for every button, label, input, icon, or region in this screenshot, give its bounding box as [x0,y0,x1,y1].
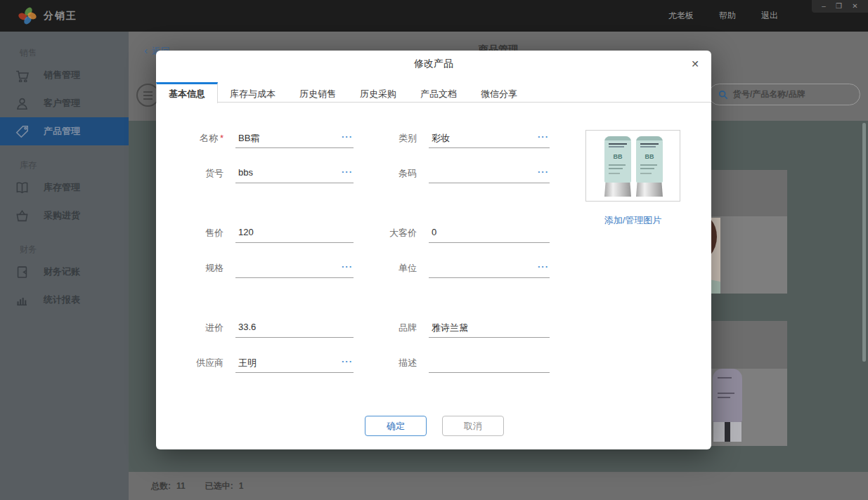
field-label: 类别 [349,132,417,145]
field-描述: 描述 [349,355,550,374]
field-名称: 名称*BB霜··· [156,130,354,149]
field-input[interactable]: ··· [235,260,354,278]
edit-product-dialog: 修改产品 ✕ 基本信息库存与成本历史销售历史采购产品文档微信分享 名称*BB霜·… [156,51,711,449]
field-label: 规格 [156,262,224,275]
field-value: 雅诗兰黛 [432,322,468,334]
field-售价: 售价120 [156,225,354,244]
field-value: 33.6 [238,322,256,332]
ellipsis-picker-icon[interactable]: ··· [538,261,549,272]
tab-产品文档[interactable]: 产品文档 [408,82,469,103]
field-input[interactable]: 王明··· [235,355,354,373]
sidebar-item-label: 采购进货 [44,209,80,222]
window-controls: – ❐ ✕ [812,0,868,13]
basket-icon [15,209,29,223]
sidebar-item-label: 客户管理 [44,97,80,110]
total-label: 总数: [151,480,171,492]
field-供应商: 供应商王明··· [156,355,354,374]
sidebar-item-label: 财务记账 [44,265,80,278]
tab-基本信息[interactable]: 基本信息 [156,82,218,103]
close-window-icon[interactable]: ✕ [852,3,857,10]
field-input[interactable]: bbs··· [235,165,354,183]
selected-value: 1 [239,481,244,491]
field-value: 彩妆 [432,132,450,145]
app-window: 分销王 尤老板 帮助 退出 – ❐ ✕ 销售销售管理客户管理产品管理库存库存管理… [0,0,868,500]
field-input[interactable]: 雅诗兰黛 [429,320,550,338]
field-进价: 进价33.6 [156,320,354,338]
dialog-tabs: 基本信息库存与成本历史销售历史采购产品文档微信分享 [156,82,711,103]
selected-label: 已选中: [205,480,233,492]
customer-icon [15,97,29,110]
field-品牌: 品牌雅诗兰黛 [349,320,550,338]
bb-cream-tube-image: BB [604,136,631,197]
field-value: 王明 [238,357,257,369]
ok-button[interactable]: 确定 [365,416,427,436]
ledger-icon [15,265,29,279]
sidebar-item-采购进货[interactable]: 采购进货 [0,202,129,230]
field-value: BB霜 [238,132,259,145]
sidebar-item-客户管理[interactable]: 客户管理 [0,89,129,117]
cart-icon [15,69,29,82]
field-value: 0 [432,227,436,237]
titlebar-menu: 尤老板 帮助 退出 [668,0,778,32]
sidebar-item-财务记账[interactable]: 财务记账 [0,258,129,286]
app-titlebar: 分销王 尤老板 帮助 退出 – ❐ ✕ [0,0,868,32]
sidebar-item-产品管理[interactable]: 产品管理 [0,117,129,145]
status-bar: 总数: 11 已选中: 1 [129,472,868,500]
help-menu[interactable]: 帮助 [719,10,736,22]
sidebar-item-统计报表[interactable]: 统计报表 [0,286,129,314]
field-类别: 类别彩妆··· [349,130,550,149]
cancel-button[interactable]: 取消 [442,416,504,436]
tab-历史采购[interactable]: 历史采购 [348,82,408,103]
field-label: 售价 [156,227,224,239]
bb-cream-tube-image: BB [636,136,663,197]
search-icon [718,90,728,100]
ellipsis-picker-icon[interactable]: ··· [538,131,549,142]
scrollbar-thumb[interactable] [862,123,866,362]
field-value: bbs [238,167,253,178]
field-label: 名称* [156,132,224,145]
logout-menu[interactable]: 退出 [761,10,778,22]
total-value: 11 [176,481,186,491]
tab-库存与成本[interactable]: 库存与成本 [218,82,287,103]
field-单位: 单位··· [349,260,550,279]
product-image-box[interactable]: BB BB [585,130,680,202]
sidebar-section-label: 财务 [20,244,129,256]
search-input[interactable]: 货号/产品名称/品牌 [708,84,860,105]
ellipsis-picker-icon[interactable]: ··· [538,166,549,177]
field-label: 单位 [349,262,417,275]
field-input[interactable] [429,355,550,373]
required-asterisk: * [220,133,224,143]
minimize-icon[interactable]: – [822,3,826,10]
close-dialog-icon[interactable]: ✕ [687,56,703,72]
tab-历史销售[interactable]: 历史销售 [287,82,348,103]
field-input[interactable]: 彩妆··· [429,130,550,148]
field-input[interactable]: 120 [235,225,354,243]
tab-微信分享[interactable]: 微信分享 [469,82,529,103]
sidebar-section-label: 库存 [20,159,129,172]
field-input[interactable]: 33.6 [235,320,354,338]
book-icon [15,181,29,195]
field-label: 货号 [156,167,224,180]
manage-images-link[interactable]: 添加/管理图片 [585,214,680,227]
field-input[interactable]: ··· [429,260,550,278]
field-input[interactable]: BB霜··· [235,130,354,148]
sidebar-item-label: 库存管理 [44,181,80,194]
sidebar-item-库存管理[interactable]: 库存管理 [0,173,129,202]
app-title: 分销王 [44,10,77,22]
field-label: 大客价 [349,227,417,239]
field-label: 描述 [349,357,417,369]
search-placeholder: 货号/产品名称/品牌 [733,88,805,100]
field-大客价: 大客价0 [349,225,550,244]
field-货号: 货号bbs··· [156,165,354,184]
field-条码: 条码··· [349,165,550,184]
field-input[interactable]: ··· [429,165,550,183]
sidebar-item-销售管理[interactable]: 销售管理 [0,61,129,89]
field-label: 供应商 [156,357,224,369]
tag-icon [15,125,29,138]
field-label: 条码 [349,167,417,180]
field-input[interactable]: 0 [429,225,550,243]
maximize-icon[interactable]: ❐ [836,3,842,10]
app-logo-icon [20,8,35,23]
bar-chart-icon [15,294,29,307]
user-menu[interactable]: 尤老板 [668,10,694,22]
